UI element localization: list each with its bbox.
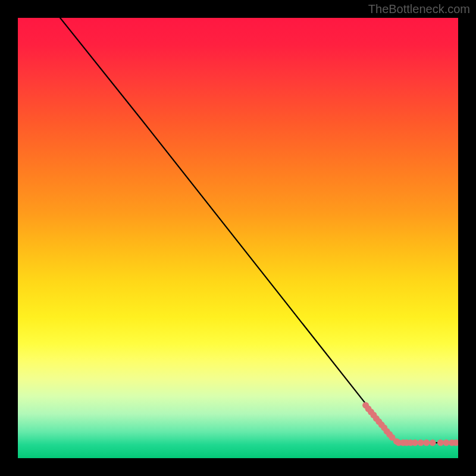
chart-curve [53,18,453,443]
scatter-point [412,440,418,446]
watermark-text: TheBottleneck.com [368,2,470,16]
chart-plot-area [18,18,458,458]
scatter-point [430,440,436,446]
scatter-point [443,440,450,446]
scatter-point [418,440,424,446]
chart-scatter-points [362,402,458,446]
scatter-point [423,440,430,446]
scatter-point [437,440,444,446]
chart-overlay-svg [18,18,458,458]
